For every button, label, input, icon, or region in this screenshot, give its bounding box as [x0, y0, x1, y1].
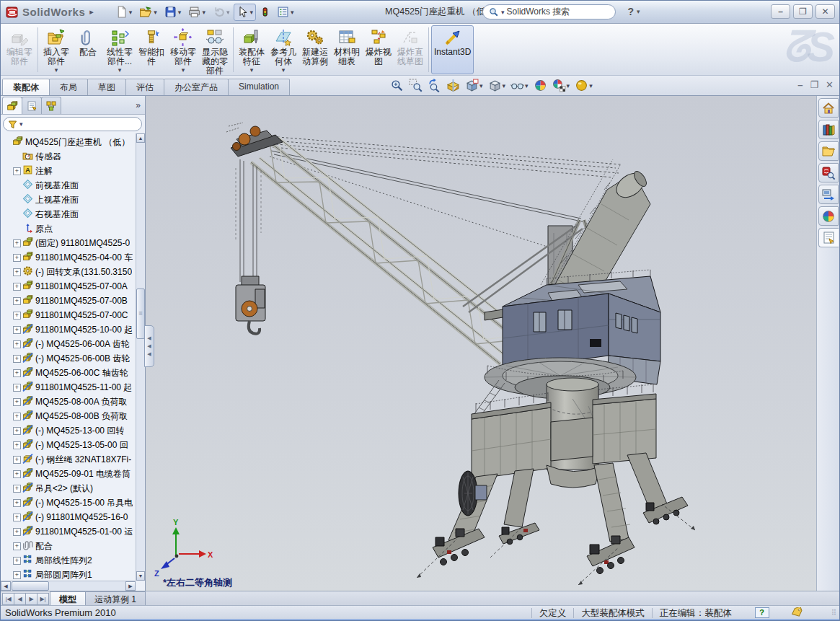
- resize-grip[interactable]: ⠿: [831, 609, 837, 617]
- expand-icon[interactable]: +: [13, 340, 21, 348]
- dropdown-arrow-icon[interactable]: ▾: [154, 9, 157, 16]
- rebuild-stoplight-button[interactable]: [257, 4, 273, 21]
- ribbon-button-fastener[interactable]: 智能扣 件: [136, 25, 167, 74]
- ribbon-button-explode[interactable]: 爆炸视 图: [363, 25, 394, 74]
- ribbon-button-mate[interactable]: 配合: [72, 25, 104, 74]
- filter-dropdown-icon[interactable]: ▾: [19, 120, 23, 128]
- ribbon-button-explsketch[interactable]: 爆炸直 线草图: [394, 25, 426, 74]
- menu-expand-icon[interactable]: ▸: [89, 7, 94, 17]
- file-explorer-button[interactable]: [818, 141, 839, 161]
- expand-icon[interactable]: +: [13, 254, 21, 262]
- expand-icon[interactable]: +: [13, 167, 21, 175]
- dropdown-arrow-icon[interactable]: ▾: [129, 9, 133, 16]
- tree-item[interactable]: +A注解: [1, 164, 136, 178]
- expand-icon[interactable]: +: [13, 427, 21, 435]
- view-palette-button[interactable]: [818, 185, 839, 204]
- last-tab-icon[interactable]: ▶|: [37, 593, 49, 605]
- dropdown-arrow-icon[interactable]: ▾: [503, 82, 506, 89]
- command-tab-4[interactable]: 办公室产品: [164, 79, 229, 95]
- tree-item[interactable]: +(固定) 911801MQ4525-0: [1, 236, 136, 250]
- dropdown-arrow-icon[interactable]: ▾: [479, 82, 483, 89]
- view-settings-button[interactable]: ▾: [573, 77, 594, 94]
- expand-icon[interactable]: +: [13, 456, 21, 464]
- tree-item[interactable]: +(-) MQ4525-13-00 回转: [1, 423, 136, 438]
- dropdown-arrow-icon[interactable]: ▾: [182, 67, 185, 73]
- tree-item[interactable]: 前视基准面: [1, 178, 136, 193]
- tree-item[interactable]: +911801MQ4525-07-00C: [1, 308, 136, 322]
- ribbon-button-editcomp[interactable]: 编辑零 部件: [4, 25, 35, 74]
- previous-view-button[interactable]: [426, 77, 443, 94]
- close-button[interactable]: ✕: [815, 4, 835, 19]
- expand-icon[interactable]: +: [13, 413, 21, 420]
- tree-item[interactable]: +911801MQ4525-07-00A: [1, 279, 136, 294]
- tree-item[interactable]: +911801MQ4525-01-00 运: [1, 524, 136, 539]
- panel-splitter-handle[interactable]: ◀◀◀: [144, 325, 154, 367]
- tree-item[interactable]: +(-) MQ4525-15-00 吊具电: [1, 496, 136, 510]
- tree-item[interactable]: +(-) 钢丝绳 32NAT18X7Fi-: [1, 452, 136, 467]
- edit-appearance-button[interactable]: [532, 77, 549, 94]
- scrollbar-thumb-horizontal[interactable]: [12, 581, 49, 591]
- save-button[interactable]: ▾: [162, 4, 185, 21]
- doc-close-button[interactable]: ✕: [826, 79, 834, 92]
- expand-icon[interactable]: +: [13, 441, 21, 449]
- help-button[interactable]: ?▾: [622, 4, 646, 19]
- expand-icon[interactable]: +: [13, 485, 21, 493]
- tree-item[interactable]: +局部圆周阵列1: [1, 568, 136, 581]
- tree-item[interactable]: 右视基准面: [1, 207, 136, 221]
- next-tab-icon[interactable]: ▶: [25, 593, 37, 605]
- solidworks-search-button[interactable]: [818, 163, 839, 182]
- first-tab-icon[interactable]: |◀: [2, 593, 14, 605]
- custom-properties-button[interactable]: [818, 228, 839, 247]
- search-icon[interactable]: [489, 7, 499, 17]
- options-button[interactable]: ▾: [274, 4, 297, 21]
- minimize-button[interactable]: –: [771, 4, 790, 19]
- tree-item[interactable]: +911801MQ4525-04-00 车: [1, 250, 136, 265]
- design-library-button[interactable]: [818, 120, 839, 139]
- tree-item[interactable]: +(-) 911801MQ4525-16-0: [1, 510, 136, 524]
- appearances-scenes-button[interactable]: [818, 206, 839, 226]
- tree-item[interactable]: 传感器: [1, 149, 136, 164]
- doc-tab-1[interactable]: 运动算例 1: [85, 591, 146, 605]
- tree-filter-input[interactable]: ▾: [3, 117, 142, 131]
- ribbon-button-motion[interactable]: 新建运 动算例: [299, 25, 331, 74]
- hide-show-items-button[interactable]: ▾: [509, 77, 530, 94]
- doc-minimize-button[interactable]: –: [797, 79, 803, 92]
- dropdown-arrow-icon[interactable]: ▾: [178, 9, 182, 16]
- ribbon-button-linpattern[interactable]: 线性零 部件...▾: [104, 25, 136, 74]
- tab-feature-manager[interactable]: [2, 97, 22, 114]
- dropdown-arrow-icon[interactable]: ▾: [282, 67, 286, 73]
- command-tab-1[interactable]: 布局: [49, 79, 88, 95]
- quick-tip-button[interactable]: ?: [755, 607, 769, 618]
- view-orientation-button[interactable]: ▾: [464, 77, 485, 94]
- expand-icon[interactable]: +: [13, 384, 21, 392]
- section-view-button[interactable]: [445, 77, 461, 94]
- dropdown-arrow-icon[interactable]: ▾: [589, 82, 593, 89]
- prev-tab-icon[interactable]: ◀: [14, 593, 26, 605]
- expand-icon[interactable]: +: [13, 528, 21, 536]
- expand-icon[interactable]: +: [13, 355, 21, 363]
- new-document-button[interactable]: ▾: [112, 4, 136, 21]
- command-tab-0[interactable]: 装配体: [2, 79, 50, 95]
- ribbon-button-movecomp[interactable]: 移动零 部件▾: [167, 25, 199, 74]
- tree-item[interactable]: +MQ4525-08-00B 负荷取: [1, 409, 136, 423]
- tree-item[interactable]: +911801MQ4525-07-00B: [1, 294, 136, 308]
- apply-scene-button[interactable]: ▾: [551, 77, 572, 94]
- dropdown-arrow-icon[interactable]: ▾: [567, 82, 570, 89]
- dropdown-arrow-icon[interactable]: ▾: [118, 67, 122, 73]
- tree-item[interactable]: +配合: [1, 539, 136, 553]
- tab-property-manager[interactable]: [22, 97, 42, 114]
- tree-item[interactable]: +(-) 回转支承(131.50.3150: [1, 265, 136, 279]
- open-button[interactable]: ▾: [136, 4, 160, 21]
- panel-expand-icon[interactable]: »: [136, 100, 141, 110]
- ribbon-button-instant3d[interactable]: Instant3D: [431, 25, 474, 74]
- expand-icon[interactable]: +: [13, 514, 21, 521]
- scroll-down-icon[interactable]: ▼: [136, 571, 145, 581]
- crane-model[interactable]: Y X Z: [146, 96, 816, 591]
- dropdown-arrow-icon[interactable]: ▾: [226, 9, 230, 16]
- expand-icon[interactable]: +: [13, 499, 21, 507]
- solidworks-resources-button[interactable]: [818, 98, 839, 118]
- maximize-button[interactable]: ❐: [793, 4, 813, 19]
- tab-configuration-manager[interactable]: [41, 97, 61, 114]
- dropdown-arrow-icon[interactable]: ▾: [202, 9, 205, 16]
- expand-icon[interactable]: +: [13, 542, 21, 550]
